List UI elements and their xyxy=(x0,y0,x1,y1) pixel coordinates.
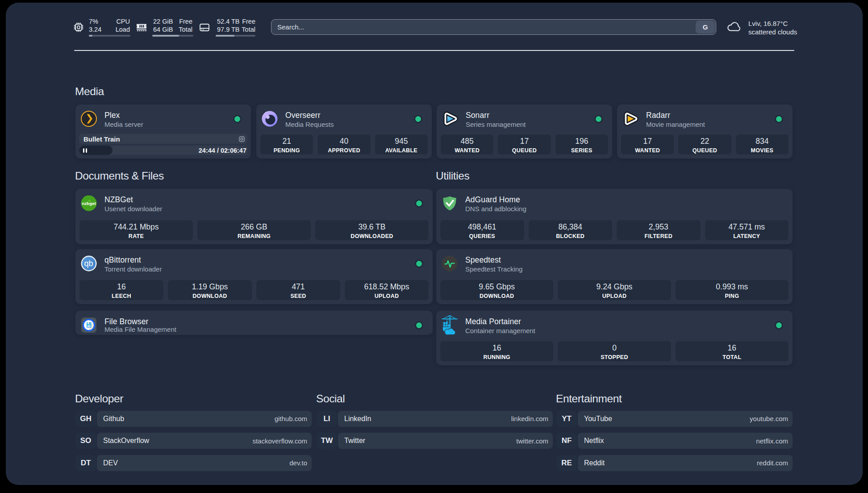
svg-text:qb: qb xyxy=(84,259,93,268)
svg-text:nzbget: nzbget xyxy=(82,201,96,206)
